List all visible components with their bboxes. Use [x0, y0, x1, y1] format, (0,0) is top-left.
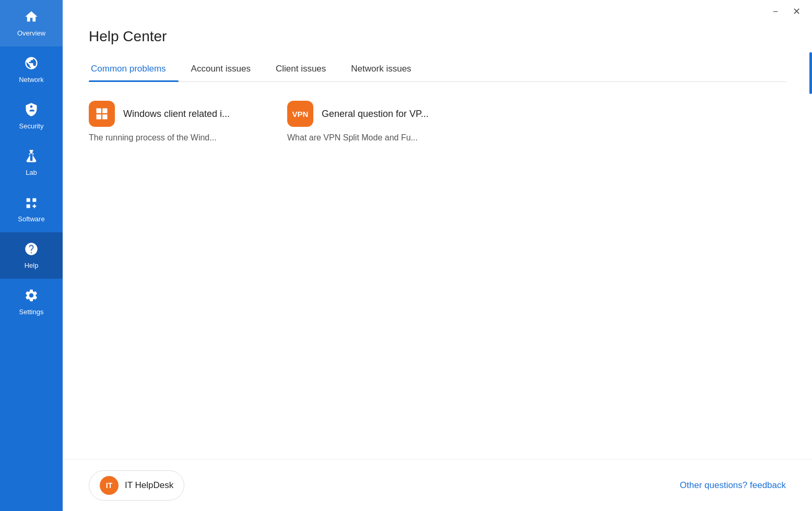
sidebar-item-software[interactable]: Software	[0, 186, 63, 232]
lab-icon	[24, 149, 39, 165]
problem-desc-windows: The running process of the Wind...	[89, 133, 256, 142]
sidebar-help-label: Help	[25, 262, 39, 269]
problem-title-vpn: General question for VP...	[322, 109, 429, 120]
main-area: − ✕ Help Center Common problems Account …	[63, 0, 812, 511]
tab-client-issues[interactable]: Client issues	[274, 57, 338, 81]
tab-network-issues[interactable]: Network issues	[349, 57, 423, 81]
problem-item-windows[interactable]: Windows client related i... The running …	[89, 101, 256, 142]
close-button[interactable]: ✕	[789, 4, 804, 19]
helpdesk-icon: IT	[100, 476, 119, 495]
page-title: Help Center	[89, 28, 786, 45]
problems-grid: Windows client related i... The running …	[89, 101, 786, 142]
sidebar-item-help[interactable]: Help	[0, 232, 63, 279]
gear-icon	[24, 288, 39, 305]
shield-icon	[24, 102, 39, 119]
titlebar: − ✕	[63, 0, 812, 23]
globe-icon	[24, 56, 39, 73]
sidebar-settings-label: Settings	[19, 308, 44, 316]
sidebar-lab-label: Lab	[26, 169, 37, 176]
vpn-icon: VPN	[287, 101, 313, 127]
problem-header-windows: Windows client related i...	[89, 101, 256, 127]
sidebar-item-network[interactable]: Network	[0, 46, 63, 93]
helpdesk-label: IT HelpDesk	[125, 480, 173, 491]
problem-item-vpn[interactable]: VPN General question for VP... What are …	[287, 101, 454, 142]
windows-icon	[89, 101, 115, 127]
problem-title-windows: Windows client related i...	[123, 109, 230, 120]
problem-header-vpn: VPN General question for VP...	[287, 101, 454, 127]
content-area: Help Center Common problems Account issu…	[63, 23, 812, 459]
home-icon	[24, 9, 39, 26]
sidebar: Overview Network Security Lab	[0, 0, 63, 511]
tab-account-issues[interactable]: Account issues	[189, 57, 263, 81]
feedback-link[interactable]: Other questions? feedback	[680, 480, 786, 491]
sidebar-item-settings[interactable]: Settings	[0, 279, 63, 325]
problem-desc-vpn: What are VPN Split Mode and Fu...	[287, 133, 454, 142]
sidebar-network-label: Network	[19, 76, 44, 84]
sidebar-item-security[interactable]: Security	[0, 93, 63, 139]
tabs-bar: Common problems Account issues Client is…	[89, 57, 786, 82]
scroll-indicator	[809, 52, 812, 94]
sidebar-item-overview[interactable]: Overview	[0, 0, 63, 46]
bottom-bar: IT IT HelpDesk Other questions? feedback	[63, 459, 812, 511]
sidebar-security-label: Security	[19, 122, 44, 130]
sidebar-item-lab[interactable]: Lab	[0, 139, 63, 186]
software-icon	[24, 195, 39, 212]
sidebar-software-label: Software	[18, 215, 44, 223]
sidebar-overview-label: Overview	[17, 29, 45, 37]
help-icon	[24, 242, 39, 258]
minimize-button[interactable]: −	[768, 4, 783, 19]
tab-common-problems[interactable]: Common problems	[89, 57, 179, 81]
helpdesk-button[interactable]: IT IT HelpDesk	[89, 470, 184, 501]
